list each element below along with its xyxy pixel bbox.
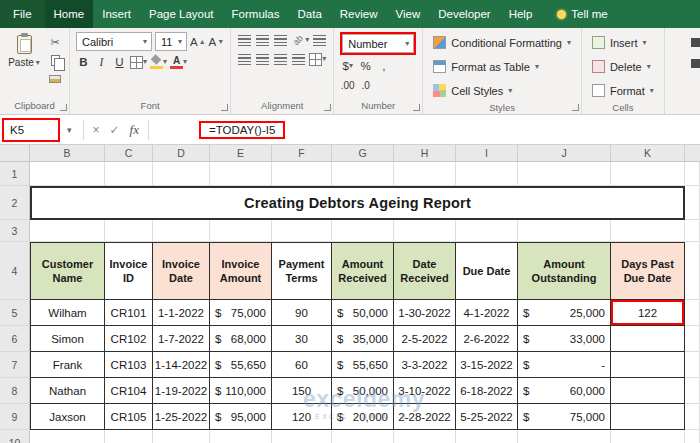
orientation-button[interactable]: ab▾ [291,32,309,48]
tab-data[interactable]: Data [289,0,331,28]
header-cell-B4[interactable]: Customer Name [30,242,105,300]
middle-align-button[interactable] [255,32,270,48]
name-box[interactable]: K5 [4,120,58,140]
cell-D6[interactable]: 1-7-2022 [153,326,210,352]
cell-K9[interactable] [611,404,685,430]
row-header-5[interactable]: 5 [0,300,30,326]
cell-C10[interactable] [105,430,153,443]
cancel-icon[interactable]: × [88,123,105,137]
cell-F9[interactable]: 120 [272,404,332,430]
paste-button[interactable]: Paste▾ [6,32,42,99]
cell-G1[interactable] [332,162,394,186]
tab-view[interactable]: View [387,0,430,28]
underline-button[interactable]: U [112,54,127,70]
cell-F1[interactable] [272,162,332,186]
cell-I1[interactable] [456,162,518,186]
bold-button[interactable]: B [76,54,91,70]
cell-J10[interactable] [518,430,611,443]
cell-F7[interactable]: 60 [272,352,332,378]
row-header-7[interactable]: 7 [0,352,30,378]
cell-J1[interactable] [518,162,611,186]
cell-F5[interactable]: 90 [272,300,332,326]
cell-F10[interactable] [272,430,332,443]
row-header-9[interactable]: 9 [0,404,30,430]
cell-C7[interactable]: CR103 [105,352,153,378]
cell-B7[interactable]: Frank [30,352,105,378]
increase-decimal-button[interactable]: .00 [340,77,355,93]
tab-file[interactable]: File [0,0,45,28]
clipboard-dialog-launcher-icon[interactable] [60,104,67,111]
cell-H9[interactable]: 2-28-2022 [394,404,456,430]
cell-B1[interactable] [30,162,105,186]
cell-H3[interactable] [394,220,456,242]
increase-font-size-icon[interactable]: A▲ [190,34,206,50]
cell-C9[interactable]: CR105 [105,404,153,430]
column-header-J[interactable]: J [518,145,611,161]
column-header-B[interactable]: B [30,145,105,161]
cell-G8[interactable]: $50,000 [332,378,394,404]
row-header-2[interactable]: 2 [0,186,30,220]
tab-page-layout[interactable]: Page Layout [140,0,223,28]
styles-dialog-launcher-icon[interactable] [572,104,579,111]
header-cell-K4[interactable]: Days Past Due Date [611,242,685,300]
cell-I10[interactable] [456,430,518,443]
tab-formulas[interactable]: Formulas [223,0,289,28]
wrap-text-button[interactable] [312,32,327,48]
cell-D5[interactable]: 1-1-2022 [153,300,210,326]
column-header-D[interactable]: D [153,145,210,161]
column-header-E[interactable]: E [210,145,272,161]
cell-K3[interactable] [611,220,685,242]
cell-K6[interactable] [611,326,685,352]
cell-G5[interactable]: $50,000 [332,300,394,326]
cell-D1[interactable] [153,162,210,186]
cells-format-button[interactable]: Format▾ [588,80,658,101]
tab-help[interactable]: Help [500,0,542,28]
cell-J9[interactable]: $75,000 [518,404,611,430]
cell-C5[interactable]: CR101 [105,300,153,326]
cell-E9[interactable]: $95,000 [210,404,272,430]
column-header-K[interactable]: K [611,145,685,161]
font-size-dropdown[interactable]: 11▾ [155,32,187,51]
top-align-button[interactable] [237,32,252,48]
merge-center-button[interactable]: ▾ [309,51,326,67]
column-header-C[interactable]: C [105,145,153,161]
cell-J7[interactable]: $- [518,352,611,378]
cell-I9[interactable]: 5-25-2022 [456,404,518,430]
cell-G10[interactable] [332,430,394,443]
font-color-button[interactable]: A▾ [170,54,187,70]
format-painter-icon[interactable] [47,72,63,85]
fill-color-button[interactable]: ▾ [150,54,167,70]
report-title-cell[interactable]: Creating Debtors Ageing Report [30,186,685,220]
borders-button[interactable]: ▾ [130,54,147,70]
accounting-format-button[interactable]: $▾ [340,58,355,74]
cell-C1[interactable] [105,162,153,186]
column-header-F[interactable]: F [272,145,332,161]
cell-B8[interactable]: Nathan [30,378,105,404]
cell-D9[interactable]: 1-25-2022 [153,404,210,430]
cell-G6[interactable]: $35,000 [332,326,394,352]
bottom-align-button[interactable] [273,32,288,48]
cell-J5[interactable]: $25,000 [518,300,611,326]
tell-me-button[interactable]: Tell me [557,0,607,28]
enter-icon[interactable]: ✓ [105,123,125,137]
cell-B3[interactable] [30,220,105,242]
cell-I8[interactable]: 6-18-2022 [456,378,518,404]
cell-K5[interactable]: 122 [611,300,685,326]
cell-E3[interactable] [210,220,272,242]
cell-I7[interactable]: 3-15-2022 [456,352,518,378]
copy-icon[interactable] [47,54,63,67]
tab-developer[interactable]: Developer [429,0,499,28]
number-dialog-launcher-icon[interactable] [413,104,420,111]
styles-format-as-table-button[interactable]: Format as Table▾ [429,56,575,77]
cell-K7[interactable] [611,352,685,378]
cell-D10[interactable] [153,430,210,443]
row-header-3[interactable]: 3 [0,220,30,242]
cell-K1[interactable] [611,162,685,186]
number-format-dropdown[interactable]: Number▾ [342,34,414,53]
cell-E1[interactable] [210,162,272,186]
header-cell-E4[interactable]: Invoice Amount [210,242,272,300]
cell-G7[interactable]: $55,650 [332,352,394,378]
styles-cell-styles-button[interactable]: Cell Styles▾ [429,80,575,101]
decrease-font-size-icon[interactable]: A▼ [209,34,225,50]
cell-C8[interactable]: CR104 [105,378,153,404]
